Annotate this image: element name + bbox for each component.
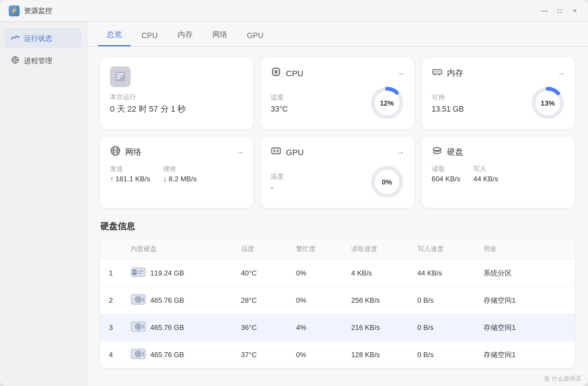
ssd-icon-1: SSD <box>131 266 146 280</box>
disk-row-1-size: 119.24 GB <box>150 269 184 277</box>
disk-row-2-write: 0 B/s <box>418 296 484 304</box>
disk-row-3-temp: 36°C <box>241 323 296 332</box>
disk-row-1-busy: 0% <box>296 269 351 277</box>
svg-point-65 <box>138 326 138 327</box>
uptime-value: 0 天 22 时 57 分 1 秒 <box>110 104 243 114</box>
app-window: ⚡ 资源监控 — □ × 运行状态 进程管理 <box>0 0 588 386</box>
svg-rect-28 <box>436 71 437 72</box>
network-card-title: 网络 <box>125 147 142 157</box>
disk-row-3-busy: 4% <box>296 323 351 332</box>
memory-card-icon <box>432 66 443 80</box>
svg-rect-7 <box>117 73 124 75</box>
col-header-write: 写入速度 <box>418 244 484 254</box>
disk-row-1-num: 1 <box>109 269 131 277</box>
memory-donut: 13% <box>530 85 565 120</box>
disk-card: 硬盘 读取 604 KB/s 写入 44 KB/s <box>422 137 575 208</box>
disk-card-title: 硬盘 <box>447 147 463 157</box>
sidebar-item-label-process: 进程管理 <box>24 56 52 66</box>
disk-read-value: 604 KB/s <box>432 175 461 183</box>
col-header-num <box>109 244 131 254</box>
tab-network[interactable]: 网络 <box>204 24 236 46</box>
uptime-icon <box>110 66 131 87</box>
memory-avail-value: 13.51 GB <box>432 105 530 113</box>
sidebar-item-label-running: 运行状态 <box>24 34 52 44</box>
running-status-icon <box>11 33 20 44</box>
svg-point-60 <box>138 299 138 299</box>
svg-point-1 <box>14 59 17 62</box>
svg-point-50 <box>433 148 441 151</box>
cpu-card-title: CPU <box>286 69 303 78</box>
disk-row-3-usage: 存储空间1 <box>483 323 566 333</box>
disk-row-2-size: 465.76 GB <box>150 296 184 304</box>
network-send-col: 发送 ↑ 181.1 KB/s <box>110 164 150 183</box>
sidebar-item-process-mgmt[interactable]: 进程管理 <box>4 51 82 71</box>
disk-row-3-read: 216 KB/s <box>351 323 418 332</box>
cpu-percent-label: 12% <box>380 99 394 107</box>
disk-row-1-read: 4 KB/s <box>351 269 418 277</box>
uptime-card: 本次运行 0 天 22 时 57 分 1 秒 <box>100 58 253 129</box>
disk-row-4-name: 465.76 GB <box>131 348 241 362</box>
svg-point-70 <box>138 353 138 354</box>
disk-row-4-temp: 37°C <box>241 351 296 359</box>
memory-card-arrow[interactable]: → <box>558 69 565 78</box>
svg-rect-11 <box>274 70 278 73</box>
minimize-button[interactable]: — <box>540 7 549 15</box>
tab-cpu[interactable]: CPU <box>133 26 167 46</box>
gpu-donut: 0% <box>370 164 405 199</box>
disk-row-4-size: 465.76 GB <box>150 351 184 359</box>
cpu-card[interactable]: CPU → 温度 33°C <box>261 58 414 129</box>
gpu-temp-label: 温度 <box>271 172 369 181</box>
disk-table: 内置硬盘 温度 繁忙度 读取速度 写入速度 用途 1 <box>100 239 575 368</box>
window-controls: — □ × <box>540 7 579 15</box>
col-header-read: 读取速度 <box>351 244 418 254</box>
cpu-temp-label: 温度 <box>271 93 369 102</box>
network-card-icon <box>110 145 121 159</box>
tab-memory[interactable]: 内存 <box>169 24 201 46</box>
gpu-card[interactable]: GPU → 温度 - <box>261 137 414 208</box>
hdd-icon-3 <box>131 321 146 334</box>
app-icon: ⚡ <box>9 5 20 16</box>
disk-row-3-name: 465.76 GB <box>131 321 241 334</box>
disk-read-label: 读取 <box>432 164 461 174</box>
tabbar: 总览 CPU 内存 网络 GPU <box>87 22 588 47</box>
tab-overview[interactable]: 总览 <box>98 24 131 46</box>
gpu-card-title: GPU <box>286 148 304 157</box>
sidebar-item-running-status[interactable]: 运行状态 <box>4 28 82 48</box>
disk-table-header: 内置硬盘 温度 繁忙度 读取速度 写入速度 用途 <box>100 239 575 260</box>
disk-row-1-usage: 系统分区 <box>483 268 566 278</box>
uptime-label: 本次运行 <box>110 93 243 102</box>
disk-row-4[interactable]: 4 465.76 GB <box>100 341 575 368</box>
network-card-arrow[interactable]: → <box>236 148 243 157</box>
cpu-card-arrow[interactable]: → <box>397 69 405 78</box>
network-card[interactable]: 网络 → 发送 ↑ 181.1 KB/s 接收 ↓ 8.2 MB/s <box>100 137 253 208</box>
disk-row-4-usage: 存储空间1 <box>483 350 566 360</box>
close-button[interactable]: × <box>571 7 579 15</box>
disk-row-4-busy: 0% <box>296 351 351 359</box>
content-area: 总览 CPU 内存 网络 GPU <box>87 22 588 386</box>
gpu-card-arrow[interactable]: → <box>397 148 405 157</box>
svg-rect-8 <box>117 76 122 77</box>
network-send-label: 发送 <box>110 164 150 174</box>
svg-rect-9 <box>117 78 120 79</box>
disk-row-4-num: 4 <box>109 351 131 359</box>
network-recv-label: 接收 <box>163 164 197 174</box>
svg-rect-27 <box>434 71 435 72</box>
disk-row-1[interactable]: 1 SSD 119.24 GB <box>100 260 575 287</box>
page-content: 本次运行 0 天 22 时 57 分 1 秒 <box>87 47 588 386</box>
tab-gpu[interactable]: GPU <box>238 26 272 46</box>
disk-row-2[interactable]: 2 465.76 GB <box>100 287 575 314</box>
disk-row-2-usage: 存储空间1 <box>483 296 566 305</box>
gpu-percent-label: 0% <box>382 178 392 186</box>
gpu-card-icon <box>271 145 281 159</box>
memory-card[interactable]: 内存 → 可用 13.51 GB <box>422 58 575 129</box>
process-mgmt-icon <box>11 56 20 66</box>
network-values: 发送 ↑ 181.1 KB/s 接收 ↓ 8.2 MB/s <box>110 164 243 183</box>
network-recv-col: 接收 ↓ 8.2 MB/s <box>163 164 197 183</box>
app-title: 资源监控 <box>24 6 540 16</box>
svg-rect-30 <box>439 71 440 72</box>
main-layout: 运行状态 进程管理 总览 CPU 内存 网络 GPU <box>0 22 588 386</box>
cpu-donut: 12% <box>370 85 405 120</box>
maximize-button[interactable]: □ <box>555 7 564 15</box>
disk-row-3[interactable]: 3 465.76 GB <box>100 314 575 341</box>
disk-row-2-busy: 0% <box>296 296 351 304</box>
